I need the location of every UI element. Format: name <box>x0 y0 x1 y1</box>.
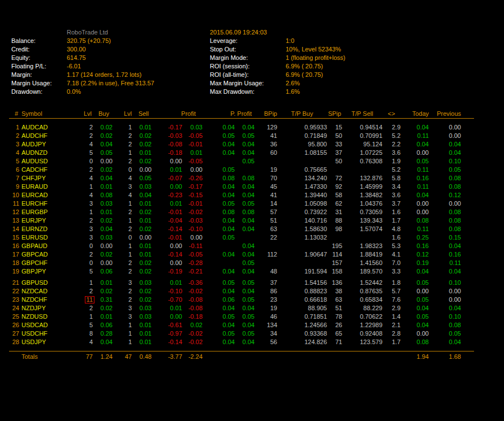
table-row-AUDCAD[interactable]: 1AUDCAD20.0210.01-0.170.030.040.041290.9… <box>0 123 504 132</box>
cell-spread: 1.6 <box>382 233 400 242</box>
table-row-CHFJPY[interactable]: 7CHFJPY40.0440.05-0.07-0.260.080.0870134… <box>0 174 504 183</box>
cell-lvl-buy: 5 <box>79 267 93 276</box>
cell-sell: 0.04 <box>132 191 152 199</box>
cell-tp-sell: 1.38482 <box>342 191 382 199</box>
table-row-EURCHF[interactable]: 11EURCHF30.0310.010.01-0.010.050.05141.0… <box>0 199 504 208</box>
cell-pprofit-sell: 0.04 <box>235 267 255 276</box>
cell-tp-buy: 1.05098 <box>277 199 327 208</box>
cell-symbol: GBPCAD <box>19 250 79 259</box>
account-stat-value: 7.18 (2.2% in use), Free 313.57 <box>67 79 154 88</box>
cell-num: 19 <box>0 267 19 276</box>
cell-spread: 2.9 <box>382 123 400 132</box>
cell-previous: 0.00 <box>429 123 461 132</box>
table-row-AUDNZD[interactable]: 4AUDNZD50.0510.01-0.180.010.040.04601.08… <box>0 149 504 157</box>
cell-profit-buy: 0.00 <box>152 313 182 321</box>
cell-pprofit-sell: 0.04 <box>235 140 255 149</box>
cell-bpip: 56 <box>255 338 277 346</box>
cell-spip: 98 <box>327 225 342 233</box>
cell-lvl-buy: 2 <box>79 216 93 225</box>
cell-bpip: 60 <box>255 149 277 157</box>
cell-today: 0.00 <box>400 329 429 338</box>
trading-panel: { "header_left": { "title": "RoboTrade L… <box>0 0 504 421</box>
account-stat-value: 320.75 (+20.75) <box>67 37 111 45</box>
table-row-AUDCHF[interactable]: 2AUDCHF20.0220.02-0.03-0.050.050.05410.7… <box>0 132 504 140</box>
account-stat-row-5: Margin Usage:7.18 (2.2% in use), Free 31… <box>11 79 154 88</box>
table-row-NZDCHF[interactable]: 23NZDCHF110.3120.02-0.70-0.080.060.05230… <box>0 296 504 304</box>
cell-spip: 195 <box>327 242 342 250</box>
table-row-NZDJPY[interactable]: 24NZDJPY20.0230.030.01-0.080.040.041988.… <box>0 304 504 313</box>
cell-profit-buy: 0.01 <box>152 279 182 287</box>
cell-spread: 7.6 <box>382 296 400 304</box>
cell-tp-sell: 1.07225 <box>342 149 382 157</box>
table-row-EURNZD[interactable]: 14EURNZD30.0420.02-0.14-0.100.040.04631.… <box>0 225 504 233</box>
cell-spread: 1.6 <box>382 208 400 216</box>
cell-profit-sell: -0.08 <box>182 304 203 313</box>
table-row-USDJPY[interactable]: 28USDJPY40.0410.01-0.14-0.020.040.045612… <box>0 338 504 346</box>
cell-profit-buy: -0.17 <box>152 123 182 132</box>
cell-spip: 38 <box>327 287 342 296</box>
cell-lvl-sell: 1 <box>113 242 132 250</box>
account-setting-row-4: ROI (all-time):6.9% ( 20.75) <box>210 71 345 79</box>
cell-tp-buy <box>277 157 327 166</box>
table-row-EURAUD[interactable]: 9EURAUD10.0130.030.00-0.170.040.04451.47… <box>0 183 504 191</box>
cell-bpip: 22 <box>255 233 277 242</box>
cell-profit-sell: -0.01 <box>182 199 203 208</box>
col-header-t-p-buy: T/P Buy <box>277 110 327 118</box>
cell-profit-buy: 0.01 <box>152 166 182 174</box>
cell-symbol: NZDCHF <box>19 296 79 304</box>
table-row-GBPAUD[interactable]: 16GBPAUD00.0010.010.00-0.110.041951.9832… <box>0 242 504 250</box>
cell-lvl-sell: 3 <box>113 313 132 321</box>
cell-profit-sell: 0.01 <box>182 149 203 157</box>
col-header-p-profit: P. Profit <box>203 110 255 118</box>
table-row-GBPUSD[interactable]: 21GBPUSD10.0130.030.01-0.360.050.05371.5… <box>0 279 504 287</box>
table-row-USDCAD[interactable]: 26USDCAD50.0610.01-0.610.020.040.041341.… <box>0 321 504 329</box>
table-row-EURGBP[interactable]: 12EURGBP10.0120.02-0.01-0.020.080.08570.… <box>0 208 504 216</box>
col-header-sell: Sell <box>132 110 152 118</box>
cell-previous: 0.08 <box>429 321 461 329</box>
table-row-AUDUSD[interactable]: 5AUDUSD00.0020.020.00-0.050.05500.763081… <box>0 157 504 166</box>
cell-buy: 0.04 <box>93 225 113 233</box>
cell-bpip: 37 <box>255 279 277 287</box>
table-row-EURJPY[interactable]: 13EURJPY20.0210.01-0.04-0.030.040.045114… <box>0 216 504 225</box>
account-setting-label: ROI (session): <box>210 62 286 71</box>
table-row-CADCHF[interactable]: 6CADCHF20.0200.000.010.000.05190.756655.… <box>0 166 504 174</box>
cell-symbol: AUDCAD <box>19 123 79 132</box>
cell-spread: 5.3 <box>382 242 400 250</box>
cell-previous: 0.12 <box>429 191 461 199</box>
cell-symbol: NZDUSD <box>19 313 79 321</box>
cell-lvl-buy: 0 <box>79 157 93 166</box>
cell-lvl-buy: 1 <box>79 313 93 321</box>
table-row-EURCAD[interactable]: 10EURCAD40.0840.04-0.23-0.150.040.04411.… <box>0 191 504 199</box>
cell-lvl-buy: 2 <box>79 250 93 259</box>
cell-bpip <box>255 242 277 250</box>
cell-num: 26 <box>0 321 19 329</box>
table-row-NZDCAD[interactable]: 22NZDCAD20.0220.02-0.10-0.020.040.04860.… <box>0 287 504 296</box>
cell-today: 0.00 <box>400 287 429 296</box>
table-row-GBPCHF[interactable]: 18GBPCHF00.0020.020.00-0.280.051571.4156… <box>0 259 504 267</box>
cell-profit-buy: -0.19 <box>152 267 182 276</box>
cell-previous: 0.00 <box>429 132 461 140</box>
cell-symbol: EURNZD <box>19 225 79 233</box>
table-row-AUDJPY[interactable]: 3AUDJPY40.0420.02-0.08-0.010.040.043695.… <box>0 140 504 149</box>
cell-tp-sell: 0.94514 <box>342 123 382 132</box>
table-row-GBPCAD[interactable]: 17GBPCAD20.0210.01-0.14-0.050.040.041121… <box>0 250 504 259</box>
cell-today: 0.04 <box>400 304 429 313</box>
cell-symbol: EURJPY <box>19 216 79 225</box>
cell-pprofit-sell <box>235 166 255 174</box>
cell-bpip <box>255 259 277 267</box>
cell-tp-buy: 95.800 <box>277 140 327 149</box>
table-row-GBPJPY[interactable]: 19GBPJPY50.0620.02-0.19-0.210.040.044819… <box>0 267 504 276</box>
header-underline <box>9 118 474 119</box>
cell-pprofit-sell: 0.04 <box>235 183 255 191</box>
cell-pprofit-buy: 0.04 <box>203 123 235 132</box>
cell-tp-buy: 0.88823 <box>277 287 327 296</box>
cell-pprofit-buy: 0.04 <box>203 140 235 149</box>
cell-bpip: 36 <box>255 140 277 149</box>
table-row-USDCHF[interactable]: 27USDCHF80.2810.01-0.97-0.020.050.05340.… <box>0 329 504 338</box>
table-row-EURUSD[interactable]: 15EURUSD30.0300.00-0.010.000.05221.13032… <box>0 233 504 242</box>
cell-tp-sell: 1.88419 <box>342 250 382 259</box>
cell-bpip: 63 <box>255 225 277 233</box>
cell-previous: 0.08 <box>429 216 461 225</box>
table-row-NZDUSD[interactable]: 25NZDUSD10.0130.030.00-0.180.050.05460.7… <box>0 313 504 321</box>
info-left-rows: Balance:320.75 (+20.75)Credit:300.00Equi… <box>11 37 154 96</box>
